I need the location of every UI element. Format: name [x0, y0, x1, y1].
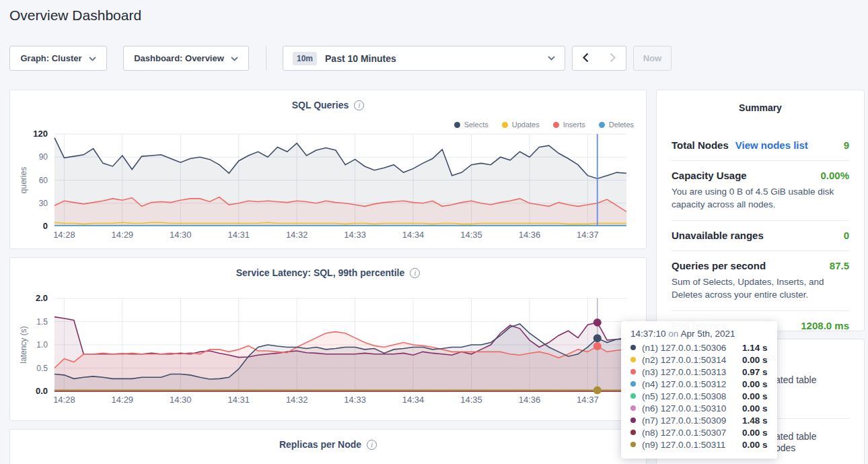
summary-panel: Summary Total Nodes View nodes list 9 Ca… — [656, 90, 865, 331]
sql-queries-title-row: SQL Queries i — [10, 100, 646, 110]
summary-row-unavailable-ranges: Unavailable ranges 0 — [672, 221, 849, 251]
view-nodes-list-link[interactable]: View nodes list — [735, 139, 808, 151]
svg-text:14:36: 14:36 — [519, 395, 541, 405]
svg-text:14:34: 14:34 — [402, 395, 425, 405]
graph-dropdown-label: Graph: Cluster — [20, 53, 81, 63]
svg-text:14:30: 14:30 — [170, 395, 192, 405]
series-color-dot — [630, 442, 636, 447]
tooltip-row: (n9) 127.0.0.1:503110.00 s — [630, 438, 768, 451]
svg-text:14:31: 14:31 — [227, 395, 250, 405]
overview-dashboard-page: Overview Dashboard Graph: Cluster Dashbo… — [0, 0, 868, 464]
time-range-badge: 10m — [293, 52, 317, 65]
sql-queries-chart[interactable]: 030609012014:2814:2914:3014:3114:3214:33… — [10, 90, 647, 250]
svg-text:14:29: 14:29 — [112, 230, 134, 240]
time-range-label: Past 10 Minutes — [325, 53, 396, 64]
event-item[interactable]: ated table — [775, 431, 817, 442]
dashboard-dropdown-label: Dashboard: Overview — [134, 53, 224, 63]
capacity-value: 0.00% — [820, 170, 849, 181]
service-latency-title-row: Service Latency: SQL, 99th percentile i — [10, 267, 646, 278]
chevron-down-icon — [548, 56, 555, 61]
svg-text:14:36: 14:36 — [519, 230, 541, 240]
tooltip-row: (n1) 127.0.0.1:503061.14 s — [630, 341, 768, 354]
summary-row-capacity: Capacity Usage 0.00% You are using 0 B o… — [672, 161, 849, 221]
svg-text:queries: queries — [19, 167, 28, 193]
svg-text:14:28: 14:28 — [53, 395, 75, 405]
series-color-dot — [630, 418, 636, 423]
tooltip-timestamp: 14:37:10 on Apr 5th, 2021 — [630, 329, 768, 339]
svg-text:14:32: 14:32 — [286, 230, 308, 240]
chart-title: SQL Queries — [292, 100, 349, 110]
svg-text:90: 90 — [39, 152, 48, 162]
total-nodes-value: 9 — [844, 139, 849, 151]
svg-text:14:28: 14:28 — [53, 230, 75, 240]
next-time-button[interactable] — [599, 46, 626, 71]
p99-latency-value: 1208.0 ms — [801, 320, 849, 331]
tooltip-row: (n6) 127.0.0.1:503100.00 s — [630, 402, 768, 414]
unavailable-ranges-label: Unavailable ranges — [672, 230, 764, 241]
event-item-line2[interactable]: odes — [775, 442, 795, 453]
svg-text:14:37: 14:37 — [577, 230, 599, 240]
svg-text:14:29: 14:29 — [112, 395, 134, 405]
graph-dropdown[interactable]: Graph: Cluster — [9, 46, 107, 71]
qps-description: Sum of Selects, Updates, Inserts, and De… — [672, 275, 849, 301]
tooltip-rows: (n1) 127.0.0.1:503061.14 s(n2) 127.0.0.1… — [630, 341, 768, 451]
replicas-title-row: Replicas per Node i — [10, 439, 646, 450]
dashboard-dropdown[interactable]: Dashboard: Overview — [123, 46, 249, 71]
series-color-dot — [630, 393, 636, 399]
svg-text:14:35: 14:35 — [460, 230, 482, 240]
prev-time-button[interactable] — [572, 46, 600, 71]
svg-text:14:33: 14:33 — [344, 230, 366, 240]
chart-hover-tooltip: 14:37:10 on Apr 5th, 2021 (n1) 127.0.0.1… — [621, 321, 777, 459]
replicas-per-node-panel: Replicas per Node i — [9, 429, 647, 464]
chart-title: Replicas per Node — [279, 439, 361, 450]
svg-text:0: 0 — [43, 221, 48, 231]
svg-text:120: 120 — [33, 129, 48, 139]
svg-text:1.5: 1.5 — [36, 317, 48, 327]
tooltip-row: (n2) 127.0.0.1:503140.00 s — [630, 354, 768, 366]
svg-text:latency (s): latency (s) — [19, 326, 28, 363]
svg-text:1.0: 1.0 — [36, 340, 48, 350]
series-color-dot — [630, 405, 636, 411]
svg-text:14:34: 14:34 — [402, 230, 425, 240]
info-icon[interactable]: i — [410, 268, 420, 278]
chevron-down-icon — [231, 53, 238, 63]
svg-text:2.0: 2.0 — [36, 293, 48, 303]
chart-title: Service Latency: SQL, 99th percentile — [236, 267, 405, 278]
series-color-dot — [630, 345, 636, 350]
chevron-left-icon — [583, 53, 589, 65]
tooltip-row: (n3) 127.0.0.1:503130.97 s — [630, 366, 768, 378]
series-color-dot — [630, 430, 636, 435]
capacity-description: You are using 0 B of 4.5 GiB usable disk… — [672, 185, 849, 211]
total-nodes-label: Total Nodes — [672, 139, 729, 151]
chevron-right-icon — [610, 53, 616, 65]
svg-text:60: 60 — [39, 176, 48, 185]
page-title: Overview Dashboard — [9, 7, 141, 24]
info-icon[interactable]: i — [354, 100, 364, 110]
service-latency-chart[interactable]: 0.00.51.01.52.014:2814:2914:3014:3114:32… — [10, 258, 647, 422]
svg-text:30: 30 — [39, 199, 48, 208]
service-latency-panel: Service Latency: SQL, 99th percentile i … — [9, 257, 647, 421]
sql-queries-panel: SQL Queries i SelectsUpdatesInsertsDelet… — [9, 90, 647, 249]
time-range-dropdown[interactable]: 10m Past 10 Minutes — [283, 46, 565, 71]
svg-text:14:35: 14:35 — [460, 395, 482, 405]
qps-label: Queries per second — [672, 260, 766, 271]
capacity-label: Capacity Usage — [672, 170, 747, 181]
tooltip-row: (n5) 127.0.0.1:503080.00 s — [630, 390, 768, 402]
svg-text:14:31: 14:31 — [227, 230, 250, 240]
unavailable-ranges-value: 0 — [844, 230, 849, 241]
svg-text:0.0: 0.0 — [36, 386, 48, 396]
tooltip-row: (n7) 127.0.0.1:503091.48 s — [630, 414, 768, 426]
now-button[interactable]: Now — [633, 46, 672, 71]
summary-row-total-nodes: Total Nodes View nodes list 9 — [672, 131, 849, 161]
qps-value: 87.5 — [830, 260, 849, 271]
series-color-dot — [630, 369, 636, 374]
event-item[interactable]: ated table — [775, 374, 817, 385]
tooltip-row: (n4) 127.0.0.1:503120.00 s — [630, 378, 768, 390]
svg-text:0.5: 0.5 — [36, 364, 48, 373]
tooltip-row: (n8) 127.0.0.1:503070.00 s — [630, 426, 768, 438]
info-icon[interactable]: i — [367, 440, 377, 450]
summary-row-qps: Queries per second 87.5 Sum of Selects, … — [672, 251, 849, 311]
series-color-dot — [630, 381, 636, 387]
svg-text:14:37: 14:37 — [577, 395, 599, 405]
svg-text:14:30: 14:30 — [170, 230, 192, 240]
